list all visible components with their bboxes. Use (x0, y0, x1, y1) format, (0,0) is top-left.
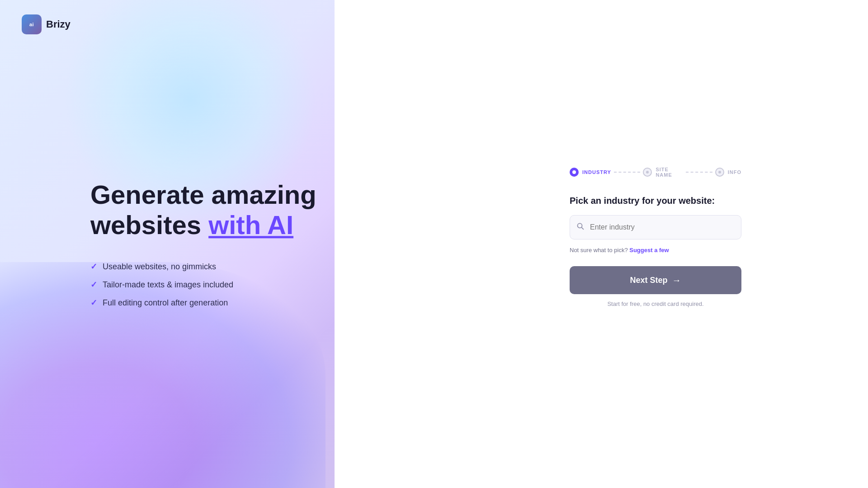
step-divider-1 (614, 172, 641, 173)
headline-part1: Generate amazing (90, 180, 316, 209)
suggest-text: Not sure what to pick? Suggest a few (570, 247, 741, 253)
check-icon-1: ✓ (90, 262, 97, 272)
suggest-link[interactable]: Suggest a few (629, 247, 669, 253)
check-icon-3: ✓ (90, 298, 97, 308)
suggest-prefix: Not sure what to pick? (570, 247, 629, 253)
free-text: Start for free, no credit card required. (570, 300, 741, 307)
arrow-icon: → (672, 275, 681, 285)
industry-input-wrapper (570, 215, 741, 239)
step-circle-industry (570, 168, 579, 177)
header: ai Brizy (0, 0, 868, 49)
step-divider-2 (686, 172, 712, 173)
logo-icon: ai (22, 14, 42, 34)
check-icon-2: ✓ (90, 280, 97, 290)
feature-text-1: Useable websites, no gimmicks (103, 262, 216, 272)
step-industry: INDUSTRY (570, 168, 611, 177)
logo-ai-text: ai (29, 22, 34, 27)
features-list: ✓ Useable websites, no gimmicks ✓ Tailor… (90, 262, 316, 308)
step-label-sitename: SITE NAME (656, 167, 683, 178)
hero-section: Generate amazing websites with AI ✓ Usea… (90, 180, 316, 308)
step-label-industry: INDUSTRY (582, 169, 611, 175)
form-panel: INDUSTRY SITE NAME INFO Pick an industry… (570, 167, 741, 307)
step-sitename: SITE NAME (643, 167, 683, 178)
svg-line-1 (582, 227, 584, 229)
logo: ai Brizy (22, 14, 71, 34)
next-step-label: Next Step (630, 275, 667, 285)
industry-input[interactable] (570, 215, 741, 239)
step-indicator: INDUSTRY SITE NAME INFO (570, 167, 741, 178)
headline-part2: websites (90, 210, 208, 239)
search-icon (577, 223, 584, 232)
next-step-button[interactable]: Next Step → (570, 266, 741, 294)
feature-item-1: ✓ Useable websites, no gimmicks (90, 262, 316, 272)
headline: Generate amazing websites with AI (90, 180, 316, 240)
feature-text-2: Tailor-made texts & images included (103, 280, 233, 290)
step-label-info: INFO (728, 169, 741, 175)
headline-accent: with AI (208, 210, 293, 239)
feature-item-2: ✓ Tailor-made texts & images included (90, 280, 316, 290)
form-title: Pick an industry for your website: (570, 196, 741, 206)
step-circle-info (715, 168, 724, 177)
feature-text-3: Full editing control after generation (103, 298, 228, 308)
step-info: INFO (715, 168, 741, 177)
logo-name: Brizy (46, 19, 71, 30)
step-circle-sitename (643, 168, 652, 177)
feature-item-3: ✓ Full editing control after generation (90, 298, 316, 308)
